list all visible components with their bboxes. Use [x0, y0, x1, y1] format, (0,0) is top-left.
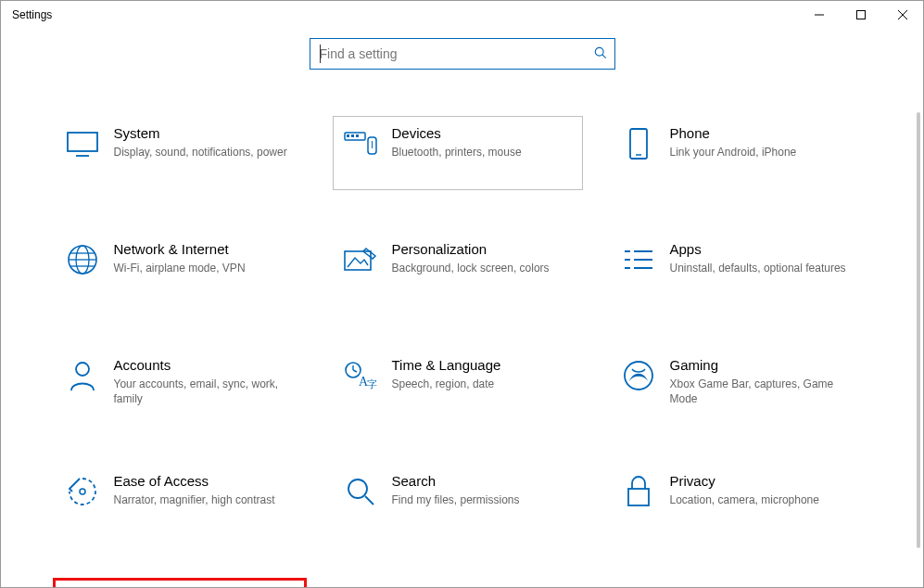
network-icon — [64, 241, 101, 278]
tile-desc: Link your Android, iPhone — [670, 145, 852, 160]
tile-text: Search Find my files, permissions — [392, 473, 574, 507]
tile-text: System Display, sound, notifications, po… — [114, 125, 296, 160]
svg-point-28 — [76, 363, 89, 376]
tile-desc: Bluetooth, printers, mouse — [392, 145, 574, 160]
tile-gaming[interactable]: Gaming Xbox Game Bar, captures, Game Mod… — [611, 348, 861, 422]
tile-desc: Display, sound, notifications, power — [114, 145, 296, 160]
tile-title: Phone — [670, 125, 852, 141]
apps-icon — [620, 241, 657, 278]
tile-title: Time & Language — [392, 357, 574, 373]
minimize-icon — [815, 10, 824, 19]
tile-desc: Your accounts, email, sync, work, family — [114, 377, 296, 406]
titlebar: Settings — [1, 1, 923, 29]
tile-text: Gaming Xbox Game Bar, captures, Game Mod… — [670, 357, 852, 406]
svg-point-36 — [348, 479, 367, 498]
settings-window: Settings Syst — [0, 0, 924, 588]
search-container — [1, 38, 923, 70]
tile-desc: Speech, region, date — [392, 377, 574, 391]
tile-desc: Background, lock screen, colors — [392, 261, 574, 275]
svg-line-31 — [353, 370, 357, 372]
tile-text: Personalization Background, lock screen,… — [392, 241, 574, 275]
svg-rect-10 — [351, 134, 354, 137]
window-title: Settings — [12, 8, 52, 21]
tile-title: Personalization — [392, 241, 574, 257]
system-icon — [64, 125, 101, 162]
ease-of-access-icon — [64, 473, 101, 510]
tile-search[interactable]: Search Find my files, permissions — [333, 464, 583, 538]
tile-desc: Uninstall, defaults, optional features — [670, 261, 852, 275]
svg-line-37 — [365, 496, 373, 505]
tile-text: Devices Bluetooth, printers, mouse — [392, 125, 574, 160]
tile-text: Privacy Location, camera, microphone — [670, 473, 852, 507]
tile-desc: Xbox Game Bar, captures, Game Mode — [670, 377, 852, 406]
time-language-icon: A字 — [342, 357, 379, 394]
settings-grid: System Display, sound, notifications, po… — [55, 70, 870, 587]
svg-rect-11 — [356, 134, 359, 137]
tile-system[interactable]: System Display, sound, notifications, po… — [55, 116, 305, 190]
accounts-icon — [64, 357, 101, 394]
tile-desc: Narrator, magnifier, high contrast — [114, 492, 296, 507]
svg-text:字: 字 — [367, 378, 377, 390]
svg-rect-14 — [630, 129, 647, 159]
tile-title: Gaming — [670, 357, 852, 373]
tile-text: Ease of Access Narrator, magnifier, high… — [114, 473, 296, 507]
search-box[interactable] — [310, 38, 615, 70]
search-input[interactable] — [320, 46, 594, 61]
close-icon — [898, 10, 907, 19]
personalization-icon — [342, 241, 379, 278]
tile-time-language[interactable]: A字 Time & Language Speech, region, date — [333, 348, 583, 422]
text-caret — [320, 45, 321, 63]
svg-rect-6 — [68, 133, 97, 151]
tile-title: Privacy — [670, 473, 852, 489]
svg-rect-1 — [856, 11, 865, 19]
tile-network[interactable]: Network & Internet Wi-Fi, airplane mode,… — [55, 232, 305, 306]
maximize-icon — [856, 10, 866, 19]
close-button[interactable] — [881, 1, 923, 29]
tile-text: Apps Uninstall, defaults, optional featu… — [670, 241, 852, 275]
tile-title: Apps — [670, 241, 852, 257]
tile-text: Accounts Your accounts, email, sync, wor… — [114, 357, 296, 406]
tile-title: Ease of Access — [114, 473, 296, 489]
tile-title: Devices — [392, 125, 574, 141]
phone-icon — [620, 125, 657, 162]
tile-devices[interactable]: Devices Bluetooth, printers, mouse — [333, 116, 583, 190]
tile-desc: Find my files, permissions — [392, 492, 574, 507]
tile-phone[interactable]: Phone Link your Android, iPhone — [611, 116, 861, 190]
tile-privacy[interactable]: Privacy Location, camera, microphone — [611, 464, 861, 538]
maximize-button[interactable] — [840, 1, 881, 29]
tile-update-security[interactable]: Update & Security Windows Update, recove… — [55, 580, 305, 587]
gaming-icon — [620, 357, 657, 394]
svg-line-5 — [601, 54, 605, 58]
scrollbar[interactable] — [917, 112, 920, 548]
minimize-button[interactable] — [798, 1, 840, 29]
svg-rect-9 — [347, 134, 349, 137]
tile-text: Time & Language Speech, region, date — [392, 357, 574, 391]
devices-icon — [342, 125, 379, 162]
tile-text: Network & Internet Wi-Fi, airplane mode,… — [114, 241, 296, 275]
svg-point-35 — [80, 489, 85, 494]
search-tile-icon — [342, 473, 379, 510]
tile-title: Network & Internet — [114, 241, 296, 257]
tile-title: Search — [392, 473, 574, 489]
tile-desc: Wi-Fi, airplane mode, VPN — [114, 261, 296, 275]
svg-rect-38 — [628, 489, 649, 505]
tile-text: Phone Link your Android, iPhone — [670, 125, 852, 160]
tile-desc: Location, camera, microphone — [670, 492, 852, 507]
svg-point-4 — [595, 47, 603, 56]
privacy-icon — [620, 473, 657, 510]
search-icon — [594, 46, 607, 62]
tile-ease-of-access[interactable]: Ease of Access Narrator, magnifier, high… — [55, 464, 305, 538]
tile-title: System — [114, 125, 296, 141]
tile-title: Accounts — [114, 357, 296, 373]
tile-personalization[interactable]: Personalization Background, lock screen,… — [333, 232, 583, 306]
tile-apps[interactable]: Apps Uninstall, defaults, optional featu… — [611, 232, 861, 306]
settings-scroll-area[interactable]: System Display, sound, notifications, po… — [1, 70, 923, 587]
tile-accounts[interactable]: Accounts Your accounts, email, sync, wor… — [55, 348, 305, 422]
window-controls — [798, 1, 923, 29]
